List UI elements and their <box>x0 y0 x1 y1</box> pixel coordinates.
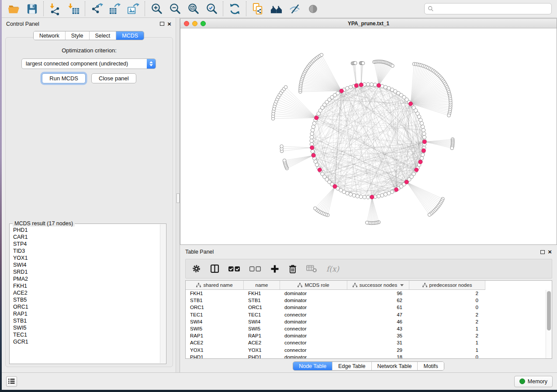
tab-network[interactable]: Network <box>34 31 65 40</box>
table-row[interactable]: PHD1PHD1dominator180 <box>186 354 546 358</box>
mcds-hub-node[interactable] <box>408 102 412 106</box>
float-panel-icon[interactable] <box>160 22 164 26</box>
clone-network-button[interactable] <box>249 1 267 16</box>
import-table-button[interactable] <box>64 1 83 16</box>
select-all-button[interactable] <box>228 265 240 272</box>
table-row[interactable]: SWI4SWI4dominator462 <box>186 318 546 325</box>
column-header-shared-name[interactable]: shared name <box>186 281 244 289</box>
export-image-button[interactable] <box>124 1 142 16</box>
mcds-result-item[interactable]: YOX1 <box>13 254 160 261</box>
mcds-result-item[interactable]: STB5 <box>13 296 160 303</box>
mcds-hub-node[interactable] <box>318 168 322 172</box>
mcds-hub-node[interactable] <box>415 168 419 172</box>
scrollbar-thumb[interactable] <box>547 291 551 330</box>
trash-icon <box>288 264 297 274</box>
close-panel-icon[interactable]: × <box>548 250 552 254</box>
zoom-selected-button[interactable] <box>202 1 221 16</box>
column-header-predecessor-nodes[interactable]: predecessor nodes <box>409 281 485 289</box>
run-mcds-button[interactable]: Run MCDS <box>42 73 86 83</box>
open-file-button[interactable] <box>4 1 23 16</box>
mcds-hub-node[interactable] <box>370 195 374 199</box>
table-row[interactable]: FKH1FKH1dominator962 <box>186 290 546 297</box>
mcds-hub-node[interactable] <box>333 185 337 189</box>
mcds-hub-node[interactable] <box>339 89 343 93</box>
mcds-hub-node[interactable] <box>315 116 318 120</box>
search-input[interactable] <box>436 6 548 12</box>
table-row[interactable]: RAP1RAP1dominator352 <box>186 332 546 339</box>
apply-layout-button[interactable] <box>225 1 244 16</box>
table-scrollbar[interactable] <box>546 290 552 358</box>
export-table-button[interactable] <box>106 1 124 16</box>
tab-style[interactable]: Style <box>65 31 89 40</box>
criterion-dropdown[interactable]: largest connected component (undirected) <box>21 58 156 69</box>
divider-grip[interactable] <box>176 193 180 203</box>
mcds-hub-node[interactable] <box>311 153 315 157</box>
mcds-result-item[interactable]: ORC1 <box>13 303 160 310</box>
mcds-hub-node[interactable] <box>422 148 426 152</box>
mcds-result-item[interactable]: ACE2 <box>13 289 160 296</box>
mcds-result-item[interactable]: GCR1 <box>13 338 160 345</box>
mcds-hub-node[interactable] <box>405 180 408 184</box>
mcds-result-item[interactable]: SWI4 <box>13 261 160 268</box>
tab-motifs[interactable]: Motifs <box>417 362 443 370</box>
table-row[interactable]: STB1STB1dominator620 <box>186 297 546 304</box>
panel-divider[interactable] <box>176 18 180 372</box>
delete-table-button[interactable] <box>306 265 317 273</box>
mcds-result-item[interactable]: SWI5 <box>13 324 160 331</box>
tab-edge-table[interactable]: Edge Table <box>332 362 371 370</box>
mcds-result-item[interactable]: TEC1 <box>13 331 160 338</box>
mcds-result-item[interactable]: SRD1 <box>13 268 160 275</box>
show-columns-button[interactable] <box>210 264 219 273</box>
mcds-result-item[interactable]: CAR1 <box>13 234 160 241</box>
mcds-result-item[interactable]: TID3 <box>13 248 160 254</box>
tab-network-table[interactable]: Network Table <box>371 362 418 370</box>
mcds-result-item[interactable]: STB1 <box>13 317 160 324</box>
tab-node-table[interactable]: Node Table <box>293 362 332 370</box>
import-network-button[interactable] <box>46 1 64 16</box>
zoom-out-button[interactable] <box>166 1 184 16</box>
houses-button[interactable] <box>267 1 285 16</box>
mcds-result-item[interactable]: PMA2 <box>13 275 160 282</box>
add-column-button[interactable] <box>270 265 279 273</box>
tab-select[interactable]: Select <box>89 31 116 40</box>
save-session-button[interactable] <box>23 1 41 16</box>
table-row[interactable]: SWI5SWI5connector431 <box>186 325 546 332</box>
mcds-hub-node[interactable] <box>354 83 358 87</box>
search-field[interactable] <box>424 3 552 14</box>
column-header-MCDS-role[interactable]: MCDS role <box>280 281 347 289</box>
network-titlebar[interactable]: YPA_prune.txt_1 <box>180 19 557 28</box>
delete-column-button[interactable] <box>288 264 297 274</box>
export-network-button[interactable] <box>87 1 106 16</box>
tab-mcds[interactable]: MCDS <box>116 31 144 40</box>
mcds-result-item[interactable]: RAP1 <box>13 310 160 317</box>
mcds-hub-node[interactable] <box>377 83 381 87</box>
show-panels-button[interactable] <box>6 376 17 387</box>
table-row[interactable]: ORC1ORC1dominator610 <box>186 304 546 311</box>
network-canvas[interactable] <box>180 28 557 244</box>
mcds-hub-node[interactable] <box>419 160 422 164</box>
unselect-all-button[interactable] <box>249 265 261 272</box>
hide-details-button[interactable] <box>285 1 304 16</box>
table-settings-button[interactable] <box>192 264 201 273</box>
mcds-hub-node[interactable] <box>359 83 363 87</box>
function-builder-button[interactable]: f(x) <box>326 265 339 273</box>
mcds-result-item[interactable]: PHD1 <box>13 227 160 234</box>
column-header-name[interactable]: name <box>244 281 280 289</box>
close-panel-icon[interactable]: × <box>167 22 171 26</box>
float-panel-icon[interactable] <box>540 250 545 254</box>
table-row[interactable]: ACE2ACE2connector311 <box>186 339 546 346</box>
mcds-list-scrollbar[interactable] <box>160 224 166 363</box>
mcds-hub-node[interactable] <box>394 188 398 192</box>
column-header-successor-nodes[interactable]: successor nodes <box>347 281 409 289</box>
eye-button[interactable] <box>304 1 322 16</box>
mcds-result-item[interactable]: FKH1 <box>13 282 160 289</box>
zoom-in-button[interactable] <box>147 1 166 16</box>
memory-button[interactable]: Memory <box>514 376 553 387</box>
mcds-hub-node[interactable] <box>422 140 426 144</box>
mcds-hub-node[interactable] <box>310 146 314 150</box>
table-row[interactable]: TEC1TEC1connector472 <box>186 311 546 318</box>
close-panel-button[interactable]: Close panel <box>91 73 136 83</box>
mcds-result-item[interactable]: STP4 <box>13 241 160 248</box>
table-row[interactable]: YOX1YOX1connector291 <box>186 347 546 354</box>
zoom-fit-button[interactable] <box>184 1 202 16</box>
